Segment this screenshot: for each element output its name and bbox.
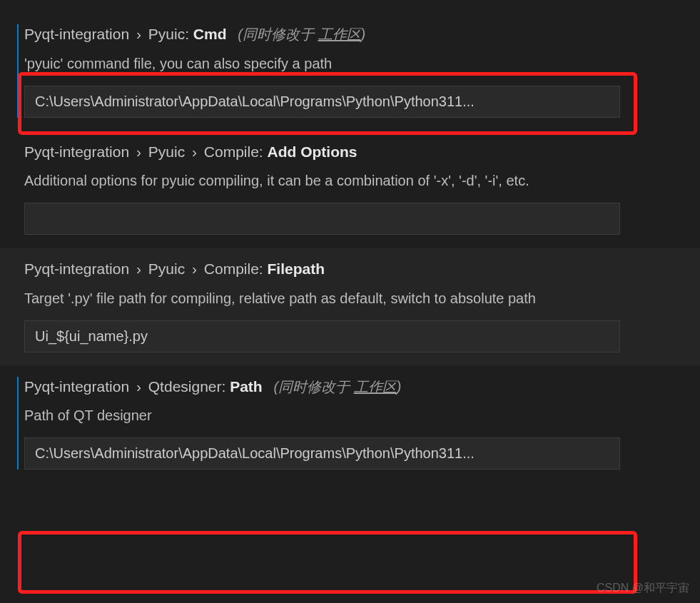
- breadcrumb-part: Compile: [204, 143, 259, 160]
- pyuic-add-options-input[interactable]: [24, 203, 620, 235]
- setting-label: Filepath: [268, 260, 325, 277]
- settings-list: Pyqt-integration › Pyuic: Cmd (同时修改于 工作区…: [0, 0, 700, 482]
- breadcrumb-separator: ›: [192, 260, 197, 277]
- scope-note: (同时修改于 工作区): [238, 26, 365, 42]
- setting-description: Path of QT designer: [24, 405, 689, 426]
- breadcrumb-part: Qtdesigner: [148, 378, 222, 395]
- watermark: CSDN @和平宇宙: [597, 581, 689, 596]
- scope-link-workspace[interactable]: 工作区: [354, 379, 397, 395]
- input-wrap: [24, 437, 620, 470]
- breadcrumb-separator: ›: [136, 260, 141, 277]
- breadcrumb-separator: ›: [136, 26, 141, 42]
- input-wrap: [24, 203, 620, 235]
- pyuic-filepath-input[interactable]: [24, 320, 620, 353]
- breadcrumb-separator: ›: [136, 143, 141, 160]
- breadcrumb-part: Pyqt-integration: [24, 378, 129, 395]
- breadcrumb-part: Pyuic: [148, 26, 185, 42]
- setting-title: Pyqt-integration › Pyuic: Cmd (同时修改于 工作区…: [24, 23, 689, 46]
- input-wrap: [24, 86, 620, 118]
- setting-description: Target '.py' file path for compiling, re…: [24, 288, 689, 309]
- setting-label: Path: [230, 378, 263, 395]
- setting-title: Pyqt-integration › Qtdesigner: Path (同时修…: [24, 375, 689, 398]
- input-wrap: [24, 320, 620, 353]
- breadcrumb-part: Pyqt-integration: [24, 143, 129, 160]
- setting-description: 'pyuic' command file, you can also speci…: [24, 53, 689, 74]
- setting-title: Pyqt-integration › Pyuic › Compile: Add …: [24, 141, 689, 163]
- breadcrumb-part: Pyuic: [148, 260, 185, 277]
- scope-prefix: (同时修改于: [274, 379, 354, 395]
- setting-label: Cmd: [193, 26, 227, 42]
- breadcrumb-part: Pyuic: [148, 143, 185, 160]
- breadcrumb-part: Compile: [204, 260, 259, 277]
- breadcrumb-part: Pyqt-integration: [24, 260, 129, 277]
- setting-pyuic-cmd: Pyqt-integration › Pyuic: Cmd (同时修改于 工作区…: [0, 13, 700, 131]
- scope-suffix: ): [397, 379, 402, 395]
- highlight-box: [18, 531, 637, 594]
- setting-qtdesigner-path: Pyqt-integration › Qtdesigner: Path (同时修…: [0, 365, 700, 483]
- modified-indicator: [17, 377, 19, 470]
- modified-indicator: [17, 24, 19, 118]
- qtdesigner-path-input[interactable]: [24, 437, 620, 470]
- setting-pyuic-filepath: Pyqt-integration › Pyuic › Compile: File…: [0, 248, 700, 365]
- breadcrumb-separator: ›: [136, 378, 141, 395]
- scope-link-workspace[interactable]: 工作区: [318, 26, 361, 42]
- setting-title: Pyqt-integration › Pyuic › Compile: File…: [24, 258, 689, 280]
- pyuic-cmd-input[interactable]: [24, 86, 620, 118]
- scope-note: (同时修改于 工作区): [274, 379, 402, 395]
- setting-description: Additional options for pyuic compiling, …: [24, 170, 689, 191]
- setting-pyuic-add-options: Pyqt-integration › Pyuic › Compile: Add …: [0, 131, 700, 248]
- setting-label: Add Options: [268, 143, 357, 160]
- scope-suffix: ): [361, 26, 366, 42]
- breadcrumb-separator: ›: [192, 143, 197, 160]
- breadcrumb-part: Pyqt-integration: [24, 26, 129, 42]
- scope-prefix: (同时修改于: [238, 26, 318, 42]
